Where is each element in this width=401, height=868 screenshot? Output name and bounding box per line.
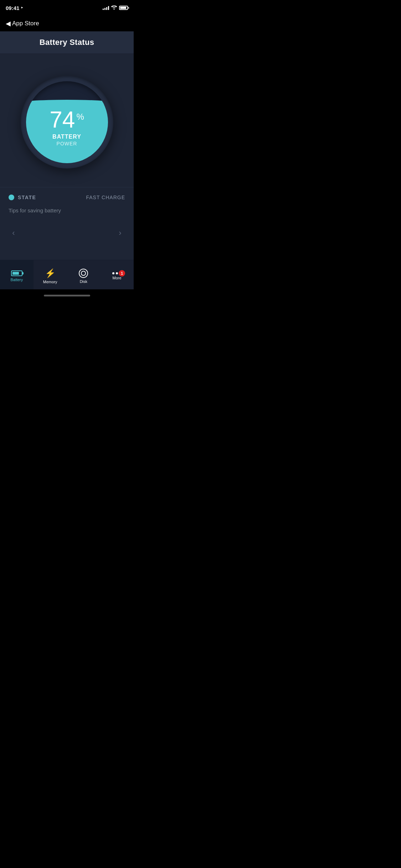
tab-memory-label: Memory xyxy=(43,280,57,284)
back-label: App Store xyxy=(12,20,39,27)
status-icons xyxy=(103,5,128,11)
tab-disk-label: Disk xyxy=(80,279,87,284)
battery-tab-icon xyxy=(11,270,22,276)
nav-bar: ◀ App Store xyxy=(0,16,134,31)
state-left: STATE xyxy=(9,195,36,200)
tab-battery[interactable]: Battery xyxy=(0,260,34,289)
page-title: Battery Status xyxy=(0,38,134,47)
state-dot-icon xyxy=(9,195,14,200)
disk-icon xyxy=(79,269,88,278)
info-section: STATE FAST CHARGE Tips for saving batter… xyxy=(0,187,134,222)
nav-arrows: ‹ › xyxy=(0,222,134,244)
more-icon-wrapper: 1 xyxy=(112,272,122,274)
state-row: STATE FAST CHARGE xyxy=(9,195,125,200)
main-content: Battery Status 74 % BATTERY POWER xyxy=(0,31,134,289)
battery-label: BATTERY xyxy=(50,133,84,141)
battery-sublabel: POWER xyxy=(50,141,84,146)
back-button[interactable]: ◀ App Store xyxy=(6,20,39,27)
home-indicator xyxy=(0,289,134,301)
location-icon: ‣ xyxy=(21,5,23,10)
battery-percent-value: 74 xyxy=(50,108,75,131)
lightning-icon: ⚡ xyxy=(45,268,56,278)
tips-text: Tips for saving battery xyxy=(9,207,61,213)
next-arrow[interactable]: › xyxy=(114,227,127,239)
battery-circle-outer: 74 % BATTERY POWER xyxy=(21,76,113,169)
tab-more[interactable]: 1 More xyxy=(100,260,134,289)
page-header: Battery Status xyxy=(0,31,134,54)
battery-text: 74 % BATTERY POWER xyxy=(50,108,84,146)
status-time-area: 09:41 ‣ xyxy=(6,5,23,11)
wifi-icon xyxy=(111,5,117,11)
tab-battery-label: Battery xyxy=(10,278,23,282)
battery-circle-container: 74 % BATTERY POWER xyxy=(21,76,113,169)
tab-more-label: More xyxy=(113,276,122,280)
home-bar xyxy=(44,295,90,296)
battery-percent-display: 74 % xyxy=(50,108,84,131)
battery-gauge-area: 74 % BATTERY POWER xyxy=(0,54,134,187)
tips-row: Tips for saving battery xyxy=(9,205,125,216)
tab-disk[interactable]: Disk xyxy=(67,260,101,289)
fast-charge-label: FAST CHARGE xyxy=(86,195,125,200)
signal-icon xyxy=(103,6,109,10)
spacer xyxy=(0,244,134,260)
prev-arrow[interactable]: ‹ xyxy=(7,227,20,239)
percent-sign: % xyxy=(76,113,84,121)
battery-status-icon xyxy=(119,6,128,10)
status-time: 09:41 xyxy=(6,5,19,11)
battery-circle-inner: 74 % BATTERY POWER xyxy=(26,81,108,163)
tab-memory[interactable]: ⚡ Memory xyxy=(34,260,67,289)
more-badge: 1 xyxy=(119,270,125,277)
tab-bar: Battery ⚡ Memory Disk 1 More xyxy=(0,260,134,289)
back-chevron-icon: ◀ xyxy=(6,20,11,27)
state-label: STATE xyxy=(18,195,36,200)
battery-tab-fill xyxy=(12,272,19,275)
status-bar: 09:41 ‣ xyxy=(0,0,134,16)
